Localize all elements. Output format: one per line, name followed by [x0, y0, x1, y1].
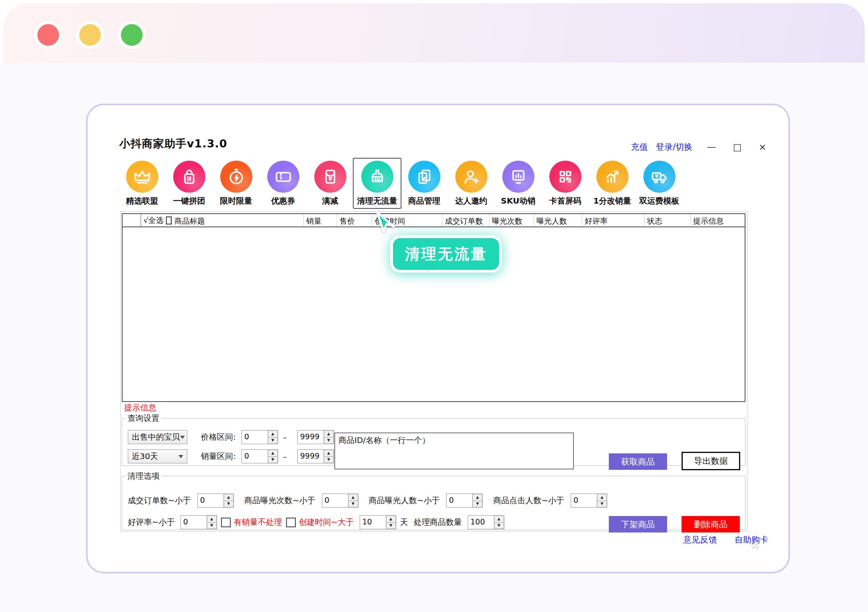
- table-header-sales[interactable]: 销量: [304, 214, 337, 226]
- toolbar-item-full-discount[interactable]: ¥ 满减: [307, 161, 354, 206]
- toolbar-item-label: 优惠券: [271, 196, 295, 206]
- spin-up-icon[interactable]: ▲: [597, 494, 607, 501]
- sales-max-stepper[interactable]: 9999 ▲▼: [297, 449, 334, 463]
- spin-down-icon[interactable]: ▼: [386, 522, 396, 529]
- status-dropdown[interactable]: 出售中的宝贝: [128, 430, 187, 444]
- spin-up-icon[interactable]: ▲: [494, 516, 504, 522]
- spin-down-icon[interactable]: ▼: [268, 437, 278, 444]
- no-sales-checkbox[interactable]: [221, 518, 231, 527]
- sales-min-stepper[interactable]: 0 ▲▼: [242, 449, 278, 463]
- spin-up-icon[interactable]: ▲: [207, 516, 217, 522]
- process-qty-label: 处理商品数量: [414, 517, 462, 528]
- group-buy-bag-icon: 拼: [179, 167, 199, 187]
- toolbar-item-clean-no-traffic[interactable]: 清理无流量: [354, 161, 401, 206]
- orders-less-than-stepper[interactable]: 0 ▲▼: [197, 494, 234, 508]
- toolbar-item-influencer-invite[interactable]: 达人邀约: [448, 161, 495, 206]
- spin-down-icon[interactable]: ▼: [224, 501, 233, 508]
- process-qty-stepper[interactable]: 100 ▲▼: [468, 515, 504, 529]
- table-header-price[interactable]: 售价: [337, 214, 372, 226]
- spin-up-icon[interactable]: ▲: [386, 516, 396, 522]
- delete-products-button[interactable]: 删除商品: [682, 516, 740, 532]
- spin-up-icon[interactable]: ▲: [224, 494, 233, 501]
- spin-down-icon[interactable]: ▼: [494, 522, 504, 529]
- toolbar-item-sku-sales[interactable]: SKU动销: [495, 161, 542, 206]
- table-header-status[interactable]: 状态: [645, 214, 691, 226]
- crown-icon: [132, 167, 152, 187]
- spin-down-icon[interactable]: ▼: [207, 522, 217, 529]
- spin-down-icon[interactable]: ▼: [324, 457, 334, 463]
- truck-icon: ¥: [649, 167, 669, 187]
- export-data-button[interactable]: 导出数据: [682, 452, 740, 470]
- table-header-select-all[interactable]: √全选: [141, 214, 172, 226]
- clicks-less-than-stepper[interactable]: 0 ▲▼: [571, 494, 607, 508]
- feedback-link[interactable]: 意见反馈: [683, 534, 717, 545]
- toolbar-item-featured-alliance[interactable]: 精选联盟: [119, 161, 166, 206]
- range-dash: –: [283, 432, 287, 442]
- select-all-checkbox[interactable]: [166, 216, 172, 224]
- maximize-traffic-dot[interactable]: [121, 24, 143, 46]
- table-header-impression-users[interactable]: 曝光人数: [534, 214, 582, 226]
- spin-up-icon[interactable]: ▲: [324, 430, 334, 437]
- table-header-product-title[interactable]: 商品标题: [172, 214, 304, 226]
- trend-up-icon: [602, 167, 622, 187]
- close-traffic-dot[interactable]: [37, 24, 59, 46]
- impression-users-less-than-stepper[interactable]: 0 ▲▼: [446, 494, 483, 508]
- toolbar-item-label: 双运费模板: [639, 196, 680, 206]
- toolbar-item-label: SKU动销: [501, 196, 536, 206]
- table-header-orders[interactable]: 成交订单数: [442, 214, 489, 226]
- spin-down-icon[interactable]: ▼: [348, 501, 358, 508]
- query-settings-legend: 查询设置: [125, 413, 162, 424]
- impressions-less-than-label: 商品曝光次数~小于: [244, 495, 315, 506]
- stopwatch-icon: [226, 167, 246, 187]
- impressions-less-than-stepper[interactable]: 0 ▲▼: [322, 494, 358, 508]
- table-header-hint[interactable]: 提示信息: [691, 214, 745, 226]
- product-id-textarea[interactable]: [334, 432, 574, 469]
- spin-down-icon[interactable]: ▼: [324, 437, 334, 444]
- minimize-traffic-dot[interactable]: [79, 24, 101, 46]
- spin-down-icon[interactable]: ▼: [597, 501, 607, 508]
- toolbar-item-product-manage[interactable]: 商品管理: [401, 161, 448, 206]
- fetch-products-button[interactable]: 获取商品: [609, 453, 667, 470]
- toolbar-item-change-sales[interactable]: 1分改销量: [589, 161, 636, 206]
- minimize-button[interactable]: —: [707, 143, 716, 152]
- off-shelf-button[interactable]: 下架商品: [609, 516, 667, 532]
- toolbar-item-label: 清理无流量: [357, 196, 397, 206]
- spin-down-icon[interactable]: ▼: [473, 501, 482, 508]
- toolbar-item-group-buy[interactable]: 拼 一键拼团: [166, 161, 213, 206]
- maximize-button[interactable]: □: [733, 143, 742, 152]
- toolbar-item-shipping-template[interactable]: ¥ 双运费模板: [636, 161, 683, 206]
- created-days-stepper[interactable]: 10 ▲▼: [360, 515, 396, 529]
- feature-toolbar: 精选联盟 拼 一键拼团 限时限量: [119, 161, 683, 206]
- close-button[interactable]: ×: [759, 143, 766, 152]
- toolbar-item-label: 满减: [322, 196, 338, 206]
- recharge-link[interactable]: 充值: [631, 141, 648, 153]
- clean-options-group: 清理选项 成交订单数~小于 0 ▲▼ 商品曝光次数~小于 0 ▲▼ 商品曝光人数…: [122, 471, 745, 530]
- toolbar-item-card-qr[interactable]: 卡首屏码: [542, 161, 589, 206]
- rate-less-than-stepper[interactable]: 0 ▲▼: [180, 515, 217, 529]
- chevron-down-icon: [180, 436, 185, 441]
- toolbar-item-label: 限时限量: [220, 196, 252, 206]
- table-header-positive-rate[interactable]: 好评率: [582, 214, 645, 226]
- toolbar-item-label: 1分改销量: [594, 196, 631, 206]
- resize-grip[interactable]: [751, 541, 759, 549]
- spin-down-icon[interactable]: ▼: [268, 457, 278, 463]
- login-switch-link[interactable]: 登录/切换: [656, 141, 692, 153]
- spin-up-icon[interactable]: ▲: [268, 450, 278, 457]
- price-max-stepper[interactable]: 9999 ▲▼: [297, 430, 334, 444]
- time-range-dropdown[interactable]: 近30天: [128, 449, 187, 463]
- toolbar-item-flash-limit[interactable]: 限时限量: [213, 161, 260, 206]
- toolbar-item-label: 达人邀约: [455, 196, 487, 206]
- spin-up-icon[interactable]: ▲: [473, 494, 482, 501]
- created-time-checkbox[interactable]: [286, 518, 296, 527]
- spin-up-icon[interactable]: ▲: [348, 494, 358, 501]
- spin-up-icon[interactable]: ▲: [324, 450, 334, 457]
- orders-less-than-label: 成交订单数~小于: [128, 495, 191, 506]
- monitor-chart-icon: [508, 167, 528, 187]
- toolbar-item-coupon[interactable]: 优惠券: [260, 161, 307, 206]
- coupon-icon: [273, 167, 293, 187]
- price-min-stepper[interactable]: 0 ▲▼: [242, 430, 278, 444]
- hint-message-label: 提示信息: [124, 402, 156, 413]
- toolbar-item-label: 精选联盟: [126, 196, 158, 206]
- table-header-impressions[interactable]: 曝光次数: [489, 214, 534, 226]
- spin-up-icon[interactable]: ▲: [268, 430, 278, 437]
